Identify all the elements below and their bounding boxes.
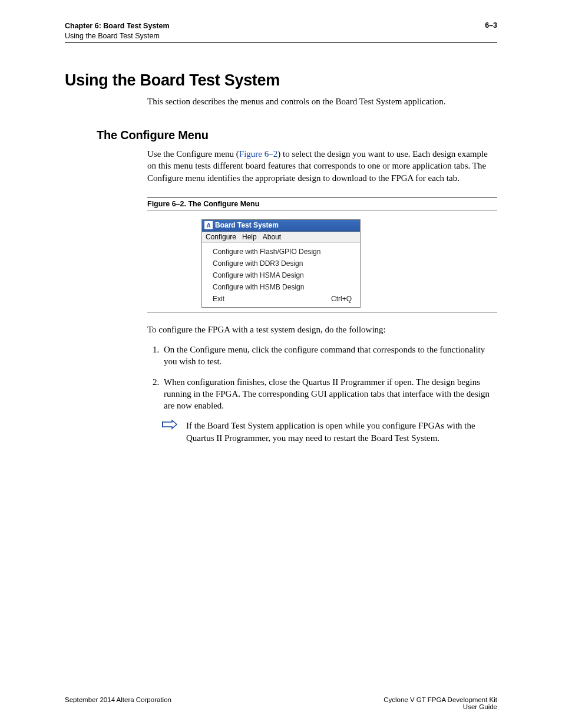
menubar-configure[interactable]: Configure bbox=[206, 233, 236, 241]
p1-part-a: Use the Configure menu ( bbox=[147, 149, 239, 159]
menu-item-hsmb[interactable]: Configure with HSMB Design bbox=[202, 281, 360, 293]
menu-item-flash-gpio[interactable]: Configure with Flash/GPIO Design bbox=[202, 246, 360, 258]
step-2: When configuration finishes, close the Q… bbox=[161, 376, 497, 412]
menu-item-label: Exit bbox=[213, 295, 224, 303]
configure-menu-dialog: A Board Test System Configure Help About… bbox=[201, 219, 361, 308]
dialog-title-text: Board Test System bbox=[215, 221, 279, 229]
menu-item-label: Configure with Flash/GPIO Design bbox=[213, 248, 320, 256]
header-page-number: 6–3 bbox=[485, 21, 497, 29]
menu-item-shortcut: Ctrl+Q bbox=[331, 295, 352, 303]
menu-item-label: Configure with HSMB Design bbox=[213, 283, 304, 291]
menu-item-ddr3[interactable]: Configure with DDR3 Design bbox=[202, 258, 360, 269]
page-footer: September 2014 Altera Corporation Cyclon… bbox=[65, 696, 497, 710]
configure-menu-paragraph: Use the Configure menu (Figure 6–2) to s… bbox=[147, 148, 497, 184]
figure-wrap: A Board Test System Configure Help About… bbox=[65, 219, 497, 308]
svg-rect-0 bbox=[162, 421, 163, 427]
heading-main: Using the Board Test System bbox=[65, 71, 497, 90]
steps-intro-paragraph: To configure the FPGA with a test system… bbox=[147, 324, 497, 335]
footer-right-line1: Cyclone V GT FPGA Development Kit bbox=[384, 696, 497, 703]
step-1: On the Configure menu, click the configu… bbox=[161, 344, 497, 368]
footer-right-line2: User Guide bbox=[384, 703, 497, 710]
header-section: Using the Board Test System bbox=[65, 31, 170, 41]
note-text: If the Board Test System application is … bbox=[186, 420, 497, 444]
menu-item-label: Configure with DDR3 Design bbox=[213, 259, 303, 268]
dialog-dropdown-menu: Configure with Flash/GPIO Design Configu… bbox=[202, 243, 360, 307]
header-left: Chapter 6: Board Test System Using the B… bbox=[65, 21, 170, 41]
footer-left: September 2014 Altera Corporation bbox=[65, 696, 171, 710]
note-block: If the Board Test System application is … bbox=[161, 420, 497, 444]
dialog-menubar: Configure Help About bbox=[202, 232, 360, 243]
menubar-about[interactable]: About bbox=[263, 233, 281, 241]
pointing-hand-icon bbox=[161, 420, 178, 444]
figure-xref[interactable]: Figure 6–2 bbox=[239, 149, 277, 159]
menu-item-label: Configure with HSMA Design bbox=[213, 271, 304, 279]
figure-caption: Figure 6–2. The Configure Menu bbox=[147, 197, 497, 211]
header-chapter: Chapter 6: Board Test System bbox=[65, 21, 170, 31]
dialog-titlebar: A Board Test System bbox=[202, 220, 360, 232]
menu-item-exit[interactable]: Exit Ctrl+Q bbox=[202, 293, 360, 305]
figure-bottom-rule bbox=[147, 312, 497, 313]
steps-list: On the Configure menu, click the configu… bbox=[147, 344, 497, 411]
menubar-help[interactable]: Help bbox=[242, 233, 257, 241]
altera-logo-icon: A bbox=[204, 221, 213, 229]
footer-right: Cyclone V GT FPGA Development Kit User G… bbox=[384, 696, 497, 710]
intro-paragraph: This section describes the menus and con… bbox=[147, 95, 497, 107]
page-header: Chapter 6: Board Test System Using the B… bbox=[65, 21, 497, 43]
heading-configure-menu: The Configure Menu bbox=[97, 129, 497, 142]
menu-item-hsma[interactable]: Configure with HSMA Design bbox=[202, 269, 360, 281]
